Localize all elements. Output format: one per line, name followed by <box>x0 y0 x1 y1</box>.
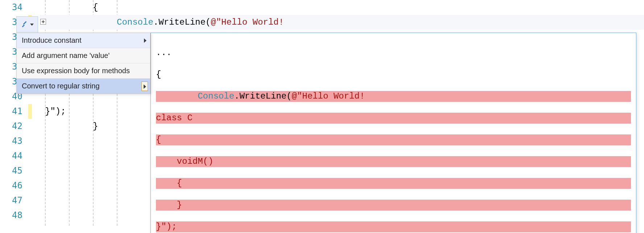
svg-rect-0 <box>23 21 27 25</box>
quick-actions-button[interactable] <box>16 16 38 33</box>
code-editor[interactable]: 34 35 36 37 38 39 40 41 42 43 44 45 46 4… <box>0 0 644 233</box>
line-number: 47 <box>0 193 22 208</box>
diff-removed-line: { <box>156 178 631 189</box>
diff-removed-line: } <box>156 200 631 211</box>
code-token: }"); <box>45 107 66 116</box>
menu-item-label: Use expression body for methods <box>22 67 130 75</box>
code-line-current[interactable]: Console.WriteLine(@"Hello World! <box>40 15 644 30</box>
line-number: 44 <box>0 149 22 163</box>
quick-actions-menu[interactable]: Introduce constant Add argument name 'va… <box>16 33 150 94</box>
code-token: { <box>93 3 98 12</box>
chevron-right-icon <box>144 38 146 43</box>
refactoring-preview-panel: ... { Console.WriteLine(@"Hello World! c… <box>150 33 636 233</box>
outline-collapse-toggle[interactable] <box>40 19 46 25</box>
screwdriver-icon <box>21 20 29 30</box>
diff-context: { <box>156 69 631 80</box>
menu-item-label: Add argument name 'value' <box>22 51 110 59</box>
code-token: Console <box>117 17 153 27</box>
line-number: 42 <box>0 119 22 134</box>
diff-removed-line: Console.WriteLine(@"Hello World! <box>156 91 631 102</box>
code-line[interactable]: { <box>40 0 644 15</box>
menu-item-convert-to-regular-string[interactable]: Convert to regular string <box>17 79 150 93</box>
diff-removed-line: }"); <box>156 221 631 232</box>
chevron-right-icon <box>141 82 148 91</box>
menu-item-introduce-constant[interactable]: Introduce constant <box>17 33 150 48</box>
diff-removed-line: { <box>156 134 631 145</box>
menu-item-use-expression-body[interactable]: Use expression body for methods <box>17 63 150 79</box>
diff-removed-line: class C <box>156 113 631 124</box>
code-token: @"Hello World! <box>211 17 284 27</box>
diff-context: ... <box>156 47 631 58</box>
chevron-down-icon <box>30 24 34 26</box>
diff-removed-line: voidM() <box>156 156 631 167</box>
line-number: 48 <box>0 208 22 223</box>
menu-item-add-argument-name[interactable]: Add argument name 'value' <box>17 48 150 63</box>
line-number: 45 <box>0 163 22 178</box>
line-number: 43 <box>0 134 22 149</box>
line-number: 34 <box>0 0 22 15</box>
preview-diff: ... { Console.WriteLine(@"Hello World! c… <box>151 33 636 233</box>
menu-item-label: Convert to regular string <box>22 82 100 90</box>
line-number: 46 <box>0 178 22 193</box>
code-token: } <box>93 121 98 131</box>
line-number: 41 <box>0 104 22 119</box>
menu-item-label: Introduce constant <box>22 36 82 44</box>
code-token: .WriteLine( <box>153 17 211 27</box>
